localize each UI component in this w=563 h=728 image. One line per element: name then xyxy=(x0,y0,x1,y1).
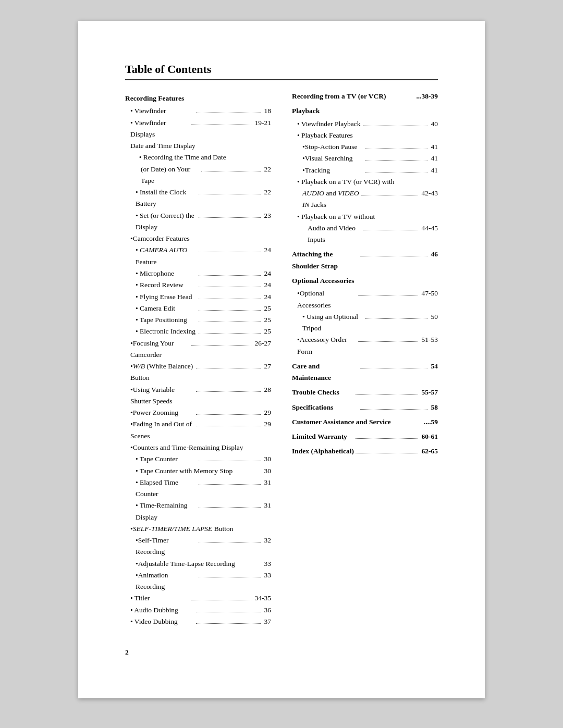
page-number: 2 xyxy=(125,648,438,657)
entry-audio-dubbing: • Audio Dubbing 36 xyxy=(125,604,271,616)
entry-visual-searching: •Visual Searching 41 xyxy=(292,153,438,164)
entry-tape-counter-memory: • Tape Counter with Memory Stop 30 xyxy=(125,465,271,477)
entry-care-maintenance: Care and Maintenance 54 xyxy=(292,361,438,384)
entry-wb: •W/B (White Balance) Button 27 xyxy=(125,361,271,384)
playback-features-plain: • Playback Features xyxy=(292,130,438,141)
counters-plain: •Counters and Time-Remaining Display xyxy=(125,442,271,453)
date-time-display: Date and Time Display xyxy=(125,140,271,152)
entry-animation: •Animation Recording 33 xyxy=(125,570,271,593)
entry-power-zooming: •Power Zooming 29 xyxy=(125,407,271,418)
entry-titler: • Titler 34-35 xyxy=(125,593,271,604)
entry-or-date-tape: (or Date) on Your Tape 22 xyxy=(125,164,271,187)
playback-tv-no-inputs: • Playback on a TV without xyxy=(292,211,438,223)
entry-tape-positioning: • Tape Positioning 25 xyxy=(125,314,271,326)
entry-recording-time-date: • Recording the Time and Date xyxy=(125,152,271,163)
entry-shutter-speeds: •Using Variable Shutter Speeds 28 xyxy=(125,384,271,408)
entry-tape-counter: • Tape Counter 30 xyxy=(125,453,271,465)
playback-tv-vcr-plain: • Playback on a TV (or VCR) with xyxy=(292,176,438,188)
entry-audio-video-inputs: Audio and Video Inputs 44-45 xyxy=(292,223,438,246)
entry-electronic-indexing: • Electronic Indexing 25 xyxy=(125,326,271,337)
entry-clock-battery: • Install the Clock Battery 22 xyxy=(125,187,271,210)
entry-video-dubbing: • Video Dubbing 37 xyxy=(125,616,271,627)
optional-accessories-header: Optional Accessories xyxy=(292,275,438,287)
entry-elapsed-time: • Elapsed Time Counter 31 xyxy=(125,477,271,500)
entry-flying-erase: • Flying Erase Head 24 xyxy=(125,291,271,303)
toc-title: Table of Contents xyxy=(125,63,438,80)
entry-viewfinder: • Viewfinder 18 xyxy=(125,105,271,117)
entry-audio-video-jacks: AUDIO and VIDEO IN Jacks 42-43 xyxy=(292,188,438,211)
entry-index: Index (Alphabetical) 62-65 xyxy=(292,446,438,457)
entry-customer-assistance: Customer Assistance and Service ....59 xyxy=(292,416,438,428)
entry-viewfinder-playback: • Viewfinder Playback 40 xyxy=(292,118,438,130)
entry-optional-tripod: • Using an Optional Tripod 50 xyxy=(292,311,438,335)
entry-self-timer-recording: •Self-Timer Recording 32 xyxy=(125,535,271,558)
entry-optional-accessories: •Optional Accessories 47-50 xyxy=(292,288,438,311)
entry-camera-edit: • Camera Edit 25 xyxy=(125,303,271,314)
entry-accessory-order: •Accessory Order Form 51-53 xyxy=(292,334,438,357)
self-timer-plain: •SELF-TIMER/TIME LAPSE Button xyxy=(125,523,271,535)
left-column: Recording Features • Viewfinder 18 • Vie… xyxy=(125,91,271,627)
entry-tracking: •Tracking 41 xyxy=(292,165,438,176)
entry-fading: •Fading In and Out of Scenes 29 xyxy=(125,418,271,442)
playback-header: Playback xyxy=(292,105,438,117)
entry-camera-auto: • CAMERA AUTO Feature 24 xyxy=(125,244,271,268)
entry-limited-warranty: Limited Warranty 60-61 xyxy=(292,431,438,442)
entry-time-remaining: • Time-Remaining Display 31 xyxy=(125,500,271,523)
section-recording-features: Recording Features • Viewfinder 18 • Vie… xyxy=(125,93,271,627)
entry-focusing: •Focusing Your Camcorder 26-27 xyxy=(125,338,271,361)
entry-record-review: • Record Review 24 xyxy=(125,279,271,291)
entry-trouble-checks: Trouble Checks 55-57 xyxy=(292,387,438,398)
entry-specifications: Specifications 58 xyxy=(292,402,438,413)
entry-viewfinder-displays: • Viewfinder Displays 19-21 xyxy=(125,117,271,141)
toc-columns: Recording Features • Viewfinder 18 • Vie… xyxy=(125,91,438,627)
entry-stop-action: •Stop-Action Pause 41 xyxy=(292,141,438,153)
entry-set-display: • Set (or Correct) the Display 23 xyxy=(125,210,271,233)
entry-shoulder-strap: Attaching the Shoulder Strap 46 xyxy=(292,249,438,272)
entry-time-lapse: •Adjustable Time-Lapse Recording 33 xyxy=(125,558,271,570)
camcorder-features-plain: •Camcorder Features xyxy=(125,233,271,244)
right-column: Recording from a TV (or VCR) ...38-39 Pl… xyxy=(292,91,438,458)
page: Table of Contents Recording Features • V… xyxy=(78,21,485,698)
recording-features-header: Recording Features xyxy=(125,93,271,104)
entry-recording-tv: Recording from a TV (or VCR) ...38-39 xyxy=(292,91,438,102)
entry-microphone: • Microphone 24 xyxy=(125,268,271,279)
